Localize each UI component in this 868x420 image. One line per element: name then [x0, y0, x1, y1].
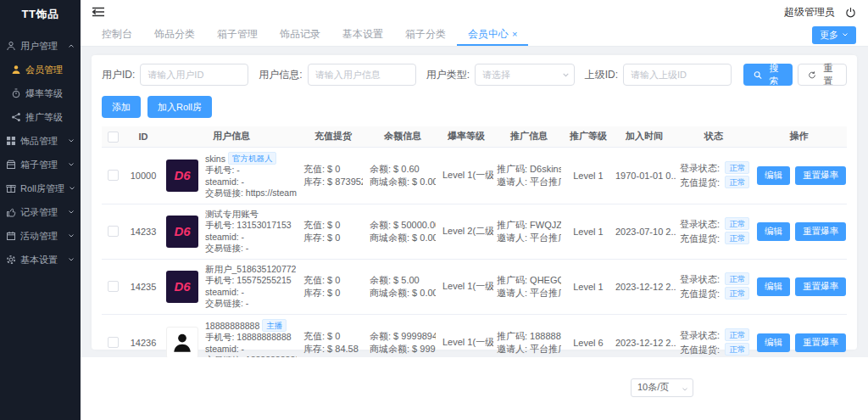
join-time: 2023-07-10 2...: [612, 204, 676, 259]
gift-icon: [6, 183, 16, 193]
chevron-down-icon: [682, 386, 688, 393]
reset-rate-button[interactable]: 重置爆率: [795, 166, 846, 185]
more-tabs-button[interactable]: 更多: [812, 26, 856, 44]
reset-rate-button[interactable]: 重置爆率: [795, 333, 846, 352]
sidebar-item-rate-level[interactable]: 爆率等级: [0, 81, 81, 105]
user-type-select[interactable]: [475, 64, 575, 86]
balance-value: 余额: $ 99998943.68: [370, 330, 436, 343]
avatar: [166, 327, 198, 359]
rate-level: Level 1(一级): [439, 259, 493, 314]
avatar: D6: [166, 160, 198, 192]
edit-button[interactable]: 编辑: [757, 333, 790, 352]
edit-button[interactable]: 编辑: [757, 222, 790, 241]
user-trade-link: 交易链接: -: [205, 243, 292, 255]
user-phone: 手机号: -: [205, 165, 297, 176]
login-status-badge: 正常: [725, 161, 749, 175]
sidebar-item-promotion-level[interactable]: 推广等级: [0, 105, 81, 129]
chevron-down-icon: [68, 209, 75, 216]
tab-bar: 控制台 饰品分类 箱子管理 饰品记录 基本设置 箱子分类 会员中心 × 更多: [81, 24, 868, 47]
tab-item-records[interactable]: 饰品记录: [269, 24, 331, 46]
header-join-time: 加入时间: [612, 126, 676, 147]
user-type-select-input[interactable]: [475, 64, 575, 86]
sidebar-item-activity-management[interactable]: 活动管理: [0, 224, 81, 248]
delivery-status-badge: 正常: [725, 232, 749, 245]
timer-icon: [11, 88, 21, 98]
stock-value: 库存: $ 0: [303, 232, 363, 244]
member-list-card: 用户ID: 用户信息: 用户类型: 上级ID: 搜索: [92, 55, 857, 350]
power-icon[interactable]: [845, 7, 856, 18]
tab-item-category[interactable]: 饰品分类: [143, 24, 206, 46]
sidebar-item-box-management[interactable]: 箱子管理: [0, 153, 81, 176]
sidebar-item-label: Roll房管理: [20, 182, 64, 195]
user-tag-badge: 官方机器人: [228, 152, 277, 165]
login-status-badge: 正常: [725, 217, 749, 231]
user-steamid: steamid: -: [205, 287, 296, 299]
sidebar-item-items-management[interactable]: 饰品管理: [0, 129, 81, 153]
sidebar-item-member-management[interactable]: 会员管理: [0, 58, 81, 81]
chevron-down-icon: [68, 137, 75, 144]
person-silhouette-icon: [171, 332, 193, 354]
sidebar-item-basic-settings[interactable]: 基本设置: [0, 248, 81, 272]
sidebar-item-label: 记录管理: [20, 206, 58, 219]
chevron-down-icon: [68, 256, 75, 263]
recharge-value: 充值: $ 0: [303, 219, 363, 232]
user-info-input[interactable]: [308, 64, 416, 86]
page-size-select[interactable]: 10条/页: [631, 378, 693, 397]
select-all-checkbox[interactable]: [108, 132, 119, 143]
tab-close-icon[interactable]: ×: [512, 30, 517, 39]
row-checkbox[interactable]: [108, 226, 119, 237]
tab-console[interactable]: 控制台: [91, 24, 143, 46]
user-trade-link: 交易链接: https://steamcommunity.cc: [205, 188, 297, 199]
search-button[interactable]: 搜索: [743, 64, 793, 86]
user-steamid: steamid: -: [205, 344, 297, 356]
table-row: 14233 D6 测试专用账号 手机号: 13153017153 steamid…: [102, 204, 847, 259]
reset-button[interactable]: 重置: [798, 64, 847, 86]
user-steamid: steamid: -: [205, 232, 292, 244]
balance-value: 余额: $ 5.00: [370, 274, 436, 287]
delivery-status-badge: 正常: [725, 287, 749, 300]
row-checkbox[interactable]: [108, 281, 119, 292]
add-button[interactable]: 添加: [102, 96, 141, 118]
row-checkbox[interactable]: [108, 170, 119, 181]
edit-button[interactable]: 编辑: [757, 277, 790, 296]
reset-rate-button[interactable]: 重置爆率: [795, 222, 846, 241]
admin-user-label[interactable]: 超级管理员: [784, 5, 835, 20]
reset-rate-button[interactable]: 重置爆率: [795, 277, 846, 296]
topbar: 超级管理员: [81, 0, 868, 24]
join-roll-button[interactable]: 加入Roll房: [147, 96, 212, 118]
promo-code: 推广码: 18888888: [497, 330, 561, 343]
user-phone: 手机号: 18888888888: [205, 332, 297, 344]
recharge-value: 充值: $ 0: [303, 163, 363, 176]
sidebar-item-records-management[interactable]: 记录管理: [0, 200, 81, 224]
share-icon: [11, 112, 21, 122]
calendar-icon: [6, 231, 16, 241]
sidebar-item-user-management[interactable]: 用户管理: [0, 34, 81, 58]
mall-balance-value: 商城余额: $ 99999999.: [370, 343, 436, 356]
user-phone: 手机号: 15575255215: [205, 275, 296, 287]
tab-member-center[interactable]: 会员中心 ×: [457, 24, 528, 46]
avatar: D6: [166, 216, 198, 248]
tab-box-category[interactable]: 箱子分类: [394, 24, 457, 46]
header-actions: 操作: [751, 126, 847, 147]
header-promo-level: 推广等级: [565, 126, 612, 147]
edit-button[interactable]: 编辑: [757, 166, 790, 185]
chevron-down-icon: [68, 161, 75, 168]
collapse-menu-icon[interactable]: [92, 7, 104, 17]
user-id-input[interactable]: [140, 64, 248, 86]
row-checkbox[interactable]: [108, 337, 119, 348]
chevron-down-icon: [842, 31, 849, 38]
tab-basic-settings[interactable]: 基本设置: [331, 24, 394, 46]
sidebar-item-roll-room-management[interactable]: Roll房管理: [0, 176, 81, 200]
header-user-info: 用户信息: [163, 126, 300, 147]
table-row: 14235 D6 新用户_518635120772 手机号: 155752552…: [102, 259, 847, 314]
parent-id-input[interactable]: [623, 64, 732, 86]
join-time: 2023-12-12 2...: [612, 259, 676, 314]
cell-id: 14233: [124, 204, 163, 259]
filter-bar: 用户ID: 用户信息: 用户类型: 上级ID: 搜索: [102, 64, 847, 94]
app-window: TT饰品 用户管理 会员管理 爆率等级 推广等级: [0, 0, 868, 420]
stock-value: 库存: $ 0: [303, 287, 363, 300]
join-time: 1970-01-01 0...: [612, 147, 676, 204]
login-status-badge: 正常: [725, 328, 749, 342]
tab-box-management[interactable]: 箱子管理: [206, 24, 269, 46]
inviter: 邀请人: 平台推广: [497, 232, 561, 244]
